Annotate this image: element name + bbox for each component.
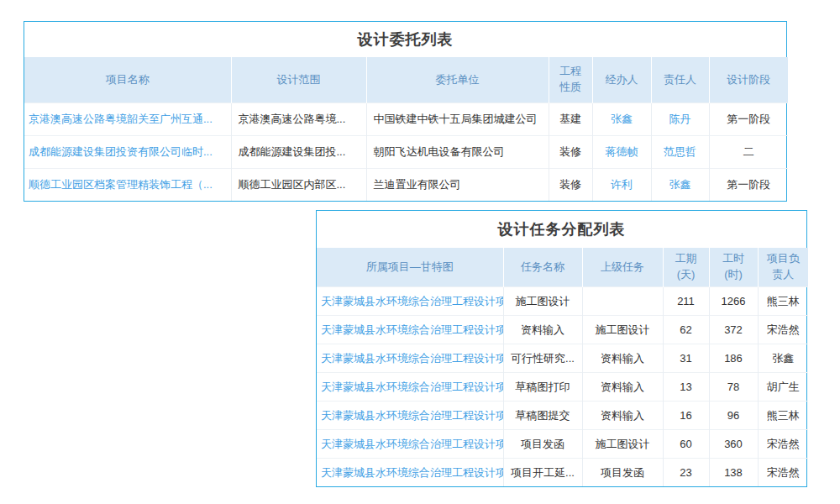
column-header-handler: 经办人: [592, 57, 651, 103]
duration-days-cell: 13: [663, 373, 709, 402]
table-row: 天津蒙城县水环境综合治理工程设计项目 资料输入 施工图设计 62 372 宋浩然: [317, 316, 808, 344]
duration-days-cell: 60: [663, 430, 709, 459]
table-row: 天津蒙城县水环境综合治理工程设计项目 可行性研究... 资料输入 31 186 …: [317, 344, 808, 373]
task-name-cell: 资料输入: [503, 316, 582, 344]
task-table-panel: 设计任务分配列表 所属项目—甘特图 任务名称 上级任务 工期 (天) 工时 (时…: [316, 210, 807, 487]
nature-cell: 装修: [549, 136, 592, 169]
commission-table-title: 设计委托列表: [24, 22, 786, 57]
parent-task-cell: 施工图设计: [582, 430, 663, 459]
task-name-cell: 项目发函: [503, 430, 582, 459]
task-name-cell: 项目开工延...: [503, 459, 582, 487]
task-name-cell: 施工图设计: [503, 287, 582, 316]
work-hours-cell: 360: [709, 430, 758, 459]
column-header-project-owner: 项目负 责人: [758, 248, 808, 287]
client-cell: 兰迪置业有限公司: [366, 169, 549, 202]
gantt-project-link[interactable]: 天津蒙城县水环境综合治理工程设计项目: [317, 430, 503, 459]
column-header-scope: 设计范围: [231, 57, 366, 103]
task-name-cell: 草稿图提交: [503, 402, 582, 430]
table-row: 京港澳高速公路粤境韶关至广州互通... 京港澳高速公路粤境... 中国铁建中铁十…: [24, 103, 788, 136]
project-name-link[interactable]: 京港澳高速公路粤境韶关至广州互通...: [24, 103, 231, 136]
project-name-link[interactable]: 成都能源建设集团投资有限公司临时...: [24, 136, 231, 169]
nature-cell: 基建: [549, 103, 592, 136]
gantt-project-link[interactable]: 天津蒙城县水环境综合治理工程设计项目: [317, 373, 503, 402]
work-hours-cell: 186: [709, 344, 758, 373]
project-owner-cell: 胡广生: [758, 373, 808, 402]
owner-link[interactable]: 陈丹: [651, 103, 709, 136]
owner-link[interactable]: 张鑫: [651, 169, 709, 202]
table-row: 天津蒙城县水环境综合治理工程设计项目 草稿图打印 资料输入 13 78 胡广生: [317, 373, 808, 402]
table-row: 成都能源建设集团投资有限公司临时... 成都能源建设集团投... 朝阳飞达机电设…: [24, 136, 788, 169]
parent-task-cell: [582, 287, 663, 316]
project-owner-cell: 宋浩然: [758, 316, 808, 344]
project-owner-cell: 张鑫: [758, 344, 808, 373]
project-owner-cell: 熊三林: [758, 287, 808, 316]
duration-days-cell: 31: [663, 344, 709, 373]
table-row: 天津蒙城县水环境综合治理工程设计项目 项目开工延... 项目发函 23 138 …: [317, 459, 808, 487]
work-hours-cell: 78: [709, 373, 758, 402]
task-name-cell: 可行性研究...: [503, 344, 582, 373]
handler-link[interactable]: 蒋德帧: [592, 136, 651, 169]
duration-days-cell: 211: [663, 287, 709, 316]
commission-table: 项目名称 设计范围 委托单位 工程 性质 经办人 责任人 设计阶段 京港澳高速公…: [24, 57, 788, 201]
work-hours-cell: 1266: [709, 287, 758, 316]
column-header-client: 委托单位: [366, 57, 549, 103]
column-header-nature: 工程 性质: [549, 57, 592, 103]
task-name-cell: 草稿图打印: [503, 373, 582, 402]
gantt-project-link[interactable]: 天津蒙城县水环境综合治理工程设计项目: [317, 287, 503, 316]
table-row: 顺德工业园区档案管理精装饰工程（... 顺德工业园区内部区... 兰迪置业有限公…: [24, 169, 788, 202]
project-owner-cell: 宋浩然: [758, 430, 808, 459]
design-scope-cell: 京港澳高速公路粤境...: [231, 103, 366, 136]
work-hours-cell: 138: [709, 459, 758, 487]
column-header-project: 项目名称: [24, 57, 231, 103]
parent-task-cell: 资料输入: [582, 373, 663, 402]
task-table: 所属项目—甘特图 任务名称 上级任务 工期 (天) 工时 (时) 项目负 责人 …: [317, 248, 808, 486]
column-header-duration-days: 工期 (天): [663, 248, 709, 287]
column-header-gantt-project: 所属项目—甘特图: [317, 248, 503, 287]
work-hours-cell: 372: [709, 316, 758, 344]
commission-table-panel: 设计委托列表 项目名称 设计范围 委托单位 工程 性质 经办人 责任人 设计阶段…: [24, 21, 787, 202]
handler-link[interactable]: 许利: [592, 169, 651, 202]
project-owner-cell: 宋浩然: [758, 459, 808, 487]
gantt-project-link[interactable]: 天津蒙城县水环境综合治理工程设计项目: [317, 344, 503, 373]
gantt-project-link[interactable]: 天津蒙城县水环境综合治理工程设计项目: [317, 316, 503, 344]
work-hours-cell: 96: [709, 402, 758, 430]
duration-days-cell: 62: [663, 316, 709, 344]
project-owner-cell: 熊三林: [758, 402, 808, 430]
stage-cell: 二: [709, 136, 788, 169]
parent-task-cell: 项目发函: [582, 459, 663, 487]
gantt-project-link[interactable]: 天津蒙城县水环境综合治理工程设计项目: [317, 402, 503, 430]
column-header-parent-task: 上级任务: [582, 248, 663, 287]
column-header-task-name: 任务名称: [503, 248, 582, 287]
duration-days-cell: 16: [663, 402, 709, 430]
design-scope-cell: 顺德工业园区内部区...: [231, 169, 366, 202]
project-name-link[interactable]: 顺德工业园区档案管理精装饰工程（...: [24, 169, 231, 202]
stage-cell: 第一阶段: [709, 169, 788, 202]
nature-cell: 装修: [549, 169, 592, 202]
client-cell: 朝阳飞达机电设备有限公司: [366, 136, 549, 169]
duration-days-cell: 23: [663, 459, 709, 487]
owner-link[interactable]: 范思哲: [651, 136, 709, 169]
task-header-row: 所属项目—甘特图 任务名称 上级任务 工期 (天) 工时 (时) 项目负 责人: [317, 248, 808, 287]
table-row: 天津蒙城县水环境综合治理工程设计项目 草稿图提交 资料输入 16 96 熊三林: [317, 402, 808, 430]
gantt-project-link[interactable]: 天津蒙城县水环境综合治理工程设计项目: [317, 459, 503, 487]
table-row: 天津蒙城县水环境综合治理工程设计项目 施工图设计 211 1266 熊三林: [317, 287, 808, 316]
handler-link[interactable]: 张鑫: [592, 103, 651, 136]
table-row: 天津蒙城县水环境综合治理工程设计项目 项目发函 施工图设计 60 360 宋浩然: [317, 430, 808, 459]
parent-task-cell: 资料输入: [582, 402, 663, 430]
client-cell: 中国铁建中铁十五局集团城建公司: [366, 103, 549, 136]
column-header-owner: 责任人: [651, 57, 709, 103]
column-header-stage: 设计阶段: [709, 57, 788, 103]
parent-task-cell: 施工图设计: [582, 316, 663, 344]
design-scope-cell: 成都能源建设集团投...: [231, 136, 366, 169]
column-header-work-hours: 工时 (时): [709, 248, 758, 287]
stage-cell: 第一阶段: [709, 103, 788, 136]
task-table-title: 设计任务分配列表: [317, 211, 806, 248]
commission-header-row: 项目名称 设计范围 委托单位 工程 性质 经办人 责任人 设计阶段: [24, 57, 788, 103]
parent-task-cell: 资料输入: [582, 344, 663, 373]
